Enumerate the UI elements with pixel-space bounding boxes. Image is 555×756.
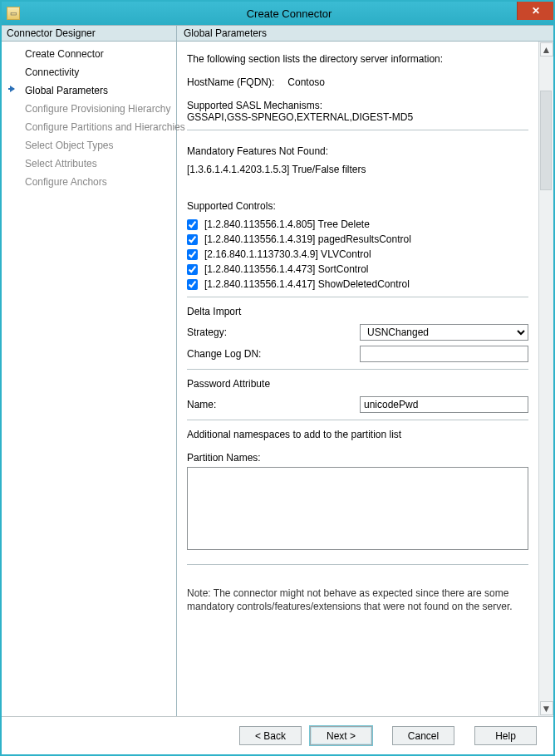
sasl-value: GSSAPI,GSS-SPNEGO,EXTERNAL,DIGEST-MD5	[187, 111, 528, 123]
right-panel: Global Parameters The following section …	[177, 26, 553, 716]
partition-names-input[interactable]	[187, 467, 528, 550]
nav-item-global-parameters[interactable]: Global Parameters	[2, 81, 176, 100]
intro-text: The following section lists the director…	[187, 53, 528, 65]
nav-list: Create ConnectorConnectivityGlobal Param…	[2, 42, 176, 191]
control-checkbox[interactable]	[187, 219, 198, 230]
ns-intro: Additional namespaces to add to the part…	[187, 429, 528, 440]
mandatory-heading: Mandatory Features Not Found:	[187, 145, 528, 157]
right-panel-header: Global Parameters	[177, 26, 553, 42]
button-bar: < Back Next > Cancel Help	[2, 716, 553, 754]
control-row: [1.2.840.113556.1.4.319] pagedResultsCon…	[187, 233, 528, 245]
scrollbar-thumb[interactable]	[540, 91, 552, 190]
control-row: [1.2.840.113556.1.4.417] ShowDeletedCont…	[187, 278, 528, 290]
control-label: [1.2.840.113556.1.4.805] Tree Delete	[204, 218, 370, 230]
vertical-scrollbar[interactable]: ▲ ▼	[538, 42, 553, 716]
control-label: [1.2.840.113556.1.4.473] SortControl	[204, 263, 368, 275]
control-row: [1.2.840.113556.1.4.473] SortControl	[187, 263, 528, 275]
control-row: [2.16.840.1.113730.3.4.9] VLVControl	[187, 248, 528, 260]
close-icon: ✕	[532, 5, 540, 17]
note-text: Note: The connector might not behave as …	[187, 587, 528, 613]
nav-item-select-object-types[interactable]: Select Object Types	[2, 136, 176, 155]
separator	[187, 130, 528, 130]
hostname-value: Contoso	[287, 76, 325, 88]
scroll-up-button[interactable]: ▲	[540, 42, 553, 56]
separator	[187, 369, 528, 370]
left-panel: Connector Designer Create ConnectorConne…	[2, 26, 177, 716]
pwd-name-label: Name:	[187, 399, 353, 410]
control-row: [1.2.840.113556.1.4.805] Tree Delete	[187, 218, 528, 230]
changelog-label: Change Log DN:	[187, 348, 353, 360]
scroll-host: The following section lists the director…	[177, 42, 553, 716]
control-label: [2.16.840.1.113730.3.4.9] VLVControl	[204, 248, 371, 260]
nav-item-configure-provisioning-hierarchy[interactable]: Configure Provisioning Hierarchy	[2, 100, 176, 118]
scrollbar-track[interactable]	[540, 57, 553, 700]
control-checkbox[interactable]	[187, 264, 198, 275]
nav-item-select-attributes[interactable]: Select Attributes	[2, 155, 176, 173]
next-button[interactable]: Next >	[310, 726, 372, 745]
controls-list: [1.2.840.113556.1.4.805] Tree Delete[1.2…	[187, 218, 528, 290]
close-button[interactable]: ✕	[517, 2, 553, 20]
strategy-label: Strategy:	[187, 326, 353, 338]
control-label: [1.2.840.113556.1.4.417] ShowDeletedCont…	[204, 278, 410, 290]
hostname-row: HostName (FQDN): Contoso	[187, 76, 528, 88]
scroll-down-button[interactable]: ▼	[540, 701, 553, 715]
mandatory-value: [1.3.6.1.4.1.4203.1.5.3] True/False filt…	[187, 164, 528, 175]
changelog-input[interactable]	[360, 346, 528, 362]
titlebar: ▭ Create Connector ✕	[2, 2, 553, 25]
control-checkbox[interactable]	[187, 279, 198, 290]
scroll-content: The following section lists the director…	[177, 42, 538, 716]
window: ▭ Create Connector ✕ Connector Designer …	[0, 0, 555, 756]
pwd-form: Name:	[187, 396, 528, 413]
app-icon: ▭	[7, 7, 20, 20]
strategy-select[interactable]: USNChanged	[360, 324, 528, 341]
chevron-down-icon: ▼	[542, 703, 552, 714]
control-checkbox[interactable]	[187, 249, 198, 260]
pwd-heading: Password Attribute	[187, 378, 528, 390]
controls-heading: Supported Controls:	[187, 200, 528, 212]
nav-item-configure-anchors[interactable]: Configure Anchors	[2, 173, 176, 191]
help-button[interactable]: Help	[474, 726, 537, 745]
sasl-label: Supported SASL Mechanisms:	[187, 100, 528, 111]
hostname-label: HostName (FQDN):	[187, 76, 285, 88]
separator	[187, 420, 528, 420]
content-area: Connector Designer Create ConnectorConne…	[2, 25, 553, 716]
back-button[interactable]: < Back	[239, 726, 302, 745]
delta-heading: Delta Import	[187, 306, 528, 317]
partition-label: Partition Names:	[187, 452, 528, 464]
nav-item-connectivity[interactable]: Connectivity	[2, 63, 176, 81]
chevron-up-icon: ▲	[542, 44, 552, 56]
separator	[187, 564, 528, 565]
delta-form: Strategy: USNChanged Change Log DN:	[187, 324, 528, 362]
nav-item-configure-partitions-and-hierarchies[interactable]: Configure Partitions and Hierarchies	[2, 118, 176, 136]
control-label: [1.2.840.113556.1.4.319] pagedResultsCon…	[204, 233, 411, 245]
cancel-button[interactable]: Cancel	[392, 726, 454, 745]
window-title: Create Connector	[25, 7, 553, 20]
left-panel-header: Connector Designer	[2, 26, 176, 42]
nav-item-create-connector[interactable]: Create Connector	[2, 45, 176, 63]
pwd-name-input[interactable]	[360, 396, 528, 413]
control-checkbox[interactable]	[187, 234, 198, 245]
separator	[187, 297, 528, 297]
